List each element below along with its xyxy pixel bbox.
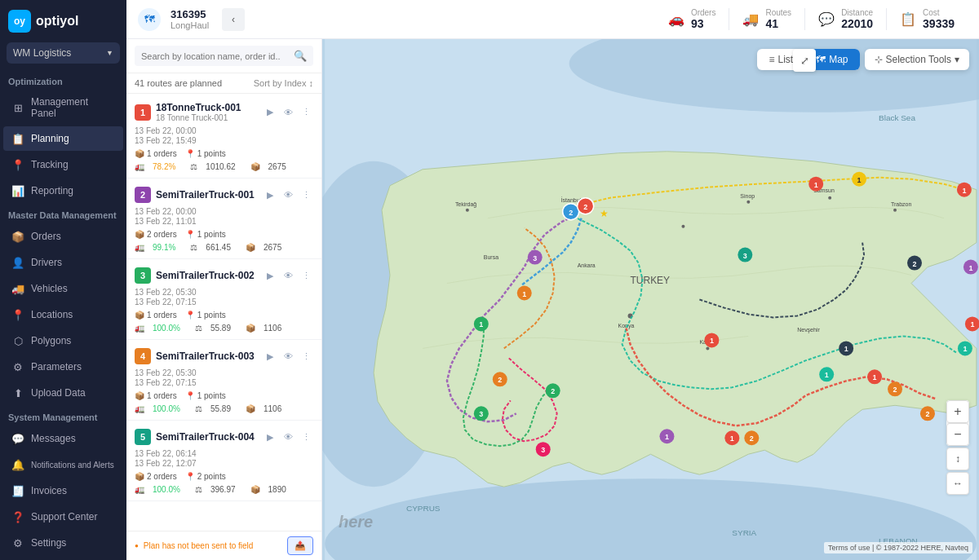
cost-value: 39339: [923, 17, 955, 30]
route-progress-area-1: 🚛 78.2% ⚖ 1010.62 📦 2675: [135, 162, 313, 171]
play-icon-4[interactable]: ▶: [263, 349, 277, 364]
vehicles-icon: 🚚: [11, 282, 24, 295]
search-input[interactable]: [141, 51, 289, 61]
polygons-icon: ⬡: [11, 334, 24, 347]
route-name-4: SemiTrailerTruck-003: [156, 351, 255, 362]
sidebar-item-tracking[interactable]: 📍 Tracking: [3, 152, 123, 177]
svg-text:1: 1: [825, 371, 829, 379]
sidebar-item-vehicles[interactable]: 🚚 Vehicles: [3, 276, 123, 301]
svg-text:2: 2: [893, 386, 897, 394]
svg-text:3: 3: [743, 252, 747, 260]
selection-tools-button[interactable]: ⊹ Selection Tools ▾: [865, 49, 970, 70]
sidebar-item-parameters[interactable]: ⚙ Parameters: [3, 355, 123, 379]
sidebar-item-logout[interactable]: ↩ Logout: [3, 557, 123, 560]
cursor-icon: ⊹: [875, 54, 883, 65]
svg-text:2: 2: [912, 260, 916, 268]
svg-text:1: 1: [522, 290, 526, 298]
sidebar-item-planning[interactable]: 📋 Planning: [3, 126, 123, 151]
sidebar-item-polygons[interactable]: ⬡ Polygons: [3, 329, 123, 353]
zoom-in-button[interactable]: +: [946, 400, 969, 423]
search-box[interactable]: 🔍: [135, 46, 313, 66]
svg-text:2: 2: [925, 410, 929, 418]
cost-stat-icon: 📋: [900, 11, 916, 27]
route-progress-area-4: 🚛 100.0% ⚖ 55.89 📦 1106: [135, 404, 313, 413]
company-name: WM Logistics: [13, 47, 71, 59]
play-icon-2[interactable]: ▶: [263, 187, 277, 202]
route-name-3: SemiTrailerTruck-002: [156, 270, 255, 281]
svg-text:3: 3: [479, 410, 483, 418]
sidebar-item-label: Invoices: [31, 485, 67, 496]
sidebar-item-messages[interactable]: 💬 Messages: [3, 426, 123, 451]
map-background: TURKEY Black Sea CYPRUS SYRIA LEBANON Te…: [322, 39, 979, 560]
sort-button[interactable]: Sort by Index ↕: [254, 78, 313, 88]
sidebar-item-locations[interactable]: 📍 Locations: [3, 302, 123, 327]
compass-button[interactable]: ↕: [946, 448, 969, 470]
route-metrics-3: 📦 1 orders 📍 1 points: [135, 311, 313, 320]
more-icon-1[interactable]: ⋮: [299, 105, 313, 120]
zoom-out-button[interactable]: −: [946, 423, 969, 446]
app-logo: oy optiyol: [0, 0, 126, 42]
sidebar-item-drivers[interactable]: 👤 Drivers: [3, 250, 123, 275]
sidebar-item-label: Drivers: [31, 257, 62, 268]
sidebar-item-support[interactable]: ❓ Support Center: [3, 505, 123, 529]
eye-icon-5[interactable]: 👁: [281, 430, 295, 444]
points-metric-icon-1: 📍: [185, 149, 195, 158]
sidebar-item-label: Reporting: [31, 185, 73, 196]
eye-icon-2[interactable]: 👁: [281, 187, 295, 202]
more-icon-3[interactable]: ⋮: [299, 268, 313, 283]
route-actions-4: ▶ 👁 ⋮: [263, 349, 313, 364]
sidebar-item-upload-data[interactable]: ⬆ Upload Data: [3, 381, 123, 405]
route-actions-2: ▶ 👁 ⋮: [263, 187, 313, 202]
sidebar-item-orders[interactable]: 📦 Orders: [3, 224, 123, 249]
company-selector[interactable]: WM Logistics ▼: [7, 42, 120, 64]
route-number-3: 3: [135, 267, 151, 284]
route-card-4[interactable]: 4 SemiTrailerTruck-003 ▶ 👁 ⋮ 13 Feb 22, …: [126, 340, 321, 421]
sidebar-item-label: Tracking: [31, 159, 69, 170]
svg-text:CYPRUS: CYPRUS: [406, 504, 441, 513]
svg-text:1: 1: [970, 320, 974, 329]
svg-text:Trabzon: Trabzon: [891, 201, 911, 207]
warning-text: Plan has not been sent to field: [144, 541, 254, 550]
sort-label: Sort by Index: [254, 78, 307, 88]
sidebar-item-settings[interactable]: ⚙ Settings: [3, 531, 123, 555]
more-icon-5[interactable]: ⋮: [299, 430, 313, 444]
eye-icon-4[interactable]: 👁: [281, 349, 295, 364]
route-card-2[interactable]: 2 SemiTrailerTruck-001 ▶ 👁 ⋮ 13 Feb 22, …: [126, 179, 321, 259]
route-card-3[interactable]: 3 SemiTrailerTruck-002 ▶ 👁 ⋮ 13 Feb 22, …: [126, 259, 321, 340]
master-data-section-label: Master Data Management: [0, 204, 126, 223]
play-icon-1[interactable]: ▶: [263, 105, 277, 120]
play-icon-3[interactable]: ▶: [263, 268, 277, 283]
route-card-1[interactable]: 1 18TonneTruck-001 18 Tonne Truck-001 ▶ …: [126, 94, 321, 179]
route-metrics-5: 📦 2 orders 📍 2 points: [135, 472, 313, 481]
eye-icon-3[interactable]: 👁: [281, 268, 295, 283]
route-panel: 🔍 41 routes are planned Sort by Index ↕ …: [126, 39, 322, 560]
terms-link[interactable]: Terms of use: [828, 544, 870, 552]
sidebar-item-label: Upload Data: [31, 387, 86, 399]
eye-icon-1[interactable]: 👁: [281, 105, 295, 120]
app-name: optiyol: [36, 14, 78, 29]
stat-cost: 📋 Cost 39339: [886, 8, 968, 30]
send-to-field-button[interactable]: 📤: [287, 536, 313, 555]
sidebar-item-management-panel[interactable]: ⊞ Management Panel: [3, 90, 123, 125]
tilt-button[interactable]: ↔: [946, 472, 969, 495]
attribution-text: © 1987-2022 HERE, Navteq: [876, 544, 968, 552]
fullscreen-button[interactable]: ⤢: [793, 49, 816, 72]
svg-text:★: ★: [600, 208, 609, 219]
collapse-button[interactable]: ‹: [222, 8, 245, 31]
orders-stat-icon: 🚗: [668, 11, 684, 27]
here-watermark: here: [339, 513, 373, 531]
play-icon-5[interactable]: ▶: [263, 430, 277, 444]
sidebar-item-reporting[interactable]: 📊 Reporting: [3, 179, 123, 203]
more-icon-2[interactable]: ⋮: [299, 187, 313, 202]
locations-icon: 📍: [11, 308, 24, 321]
sidebar-item-notifications[interactable]: 🔔 Notifications and Alerts: [3, 452, 123, 477]
more-icon-4[interactable]: ⋮: [299, 349, 313, 364]
route-search-area: 🔍: [126, 39, 321, 73]
stat-orders: 🚗 Orders 93: [655, 8, 729, 30]
optimization-section-label: Optimization: [0, 70, 126, 90]
sidebar-item-invoices[interactable]: 🧾 Invoices: [3, 478, 123, 503]
route-card-5[interactable]: 5 SemiTrailerTruck-004 ▶ 👁 ⋮ 13 Feb 22, …: [126, 421, 321, 501]
cost-label: Cost: [923, 8, 955, 17]
sidebar-item-label: Messages: [31, 433, 76, 444]
main-area: 🗺 316395 LongHaul ‹ 🚗 Orders 93 🚚 Routes…: [126, 0, 979, 560]
